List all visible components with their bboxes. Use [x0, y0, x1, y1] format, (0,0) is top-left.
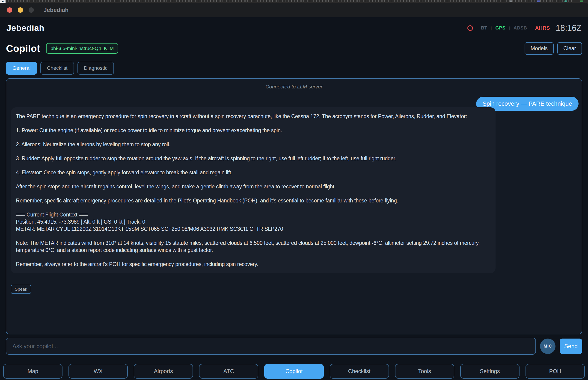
assistant-paragraph: Remember, always refer to the aircraft's…: [16, 261, 490, 268]
status-separator: |: [509, 26, 510, 31]
browser-remnant-text: e: [0, 0, 5, 3]
header-actions: Models Clear: [525, 42, 582, 55]
status-bar: | BT | GPS | ADSB | AHRS 18:16Z: [467, 23, 582, 33]
model-badge: phi-3.5-mini-instruct-Q4_K_M: [46, 43, 118, 54]
speak-button[interactable]: Speak: [11, 285, 31, 294]
copilot-section-header: Copilot phi-3.5-mini-instruct-Q4_K_M Mod…: [0, 40, 588, 57]
tab-general[interactable]: General: [6, 62, 37, 75]
browser-toolbar-noise: [8, 0, 574, 2]
assistant-paragraph: 2. Ailerons: Neutralize the ailerons by …: [16, 141, 490, 148]
toolbar-speck: [565, 0, 567, 2]
app-window: Jebediah Jebediah | BT | GPS | ADSB | AH…: [0, 3, 588, 380]
window-close-button[interactable]: [7, 7, 12, 13]
nav-map[interactable]: Map: [3, 364, 63, 379]
status-separator: |: [476, 26, 478, 31]
connection-status: Connected to LLM server: [6, 84, 582, 90]
send-button[interactable]: Send: [560, 339, 582, 354]
toolbar-speck: [580, 0, 583, 2]
nav-wx[interactable]: WX: [68, 364, 128, 379]
tab-checklist[interactable]: Checklist: [40, 62, 74, 75]
page-title: Copilot: [6, 43, 40, 54]
toolbar-speck: [510, 0, 512, 2]
assistant-paragraph: The PARE technique is an emergency proce…: [16, 113, 490, 120]
window-minimize-button[interactable]: [18, 7, 23, 13]
status-adsb: ADSB: [514, 25, 527, 31]
nav-poh[interactable]: POH: [525, 364, 585, 379]
status-bt: BT: [481, 25, 487, 31]
nav-settings[interactable]: Settings: [460, 364, 520, 379]
assistant-paragraph: After the spin stops and the aircraft re…: [16, 183, 490, 190]
nav-atc[interactable]: ATC: [199, 364, 258, 379]
window-zoom-button[interactable]: [29, 7, 34, 13]
assistant-paragraph: 1. Power: Cut the engine (if available) …: [16, 127, 490, 134]
nav-checklist[interactable]: Checklist: [330, 364, 389, 379]
status-separator: |: [531, 26, 532, 31]
assistant-paragraph: Note: The METAR indicates wind from 310°…: [16, 240, 490, 254]
copilot-prompt-input[interactable]: [6, 338, 536, 355]
app-title: Jebediah: [6, 23, 44, 33]
nav-copilot[interactable]: Copilot: [264, 364, 323, 379]
copilot-tabs: General Checklist Diagnostic: [0, 62, 588, 75]
chat-panel: Connected to LLM server Spin recovery — …: [6, 78, 582, 334]
bottom-nav: Map WX Airports ATC Copilot Checklist To…: [3, 364, 585, 379]
status-separator: |: [491, 26, 492, 31]
models-button[interactable]: Models: [525, 42, 554, 55]
tab-diagnostic[interactable]: Diagnostic: [78, 62, 114, 75]
clear-button[interactable]: Clear: [557, 42, 582, 55]
background-browser-sliver: e: [0, 0, 588, 3]
composer: MIC Send: [6, 338, 582, 355]
assistant-paragraph: Remember, specific aircraft emergency pr…: [16, 197, 490, 204]
assistant-paragraph: 4. Elevator: Once the spin stops, gently…: [16, 169, 490, 176]
status-gps: GPS: [495, 25, 505, 31]
nav-airports[interactable]: Airports: [134, 364, 193, 379]
status-ahrs: AHRS: [535, 25, 550, 31]
window-title: Jebediah: [43, 7, 68, 13]
app-header: Jebediah | BT | GPS | ADSB | AHRS 18:16Z: [0, 17, 588, 39]
zulu-clock: 18:16Z: [556, 23, 582, 33]
assistant-paragraph: 3. Rudder: Apply full opposite rudder to…: [16, 155, 490, 162]
assistant-paragraph: === Current Flight Context === Position:…: [16, 211, 490, 233]
toolbar-speck: [537, 0, 540, 2]
assistant-message-bubble: The PARE technique is an emergency proce…: [11, 107, 496, 273]
titlebar: Jebediah: [0, 3, 588, 17]
nav-tools[interactable]: Tools: [395, 364, 454, 379]
status-ring-icon: [467, 25, 473, 31]
mic-button[interactable]: MIC: [540, 339, 555, 354]
